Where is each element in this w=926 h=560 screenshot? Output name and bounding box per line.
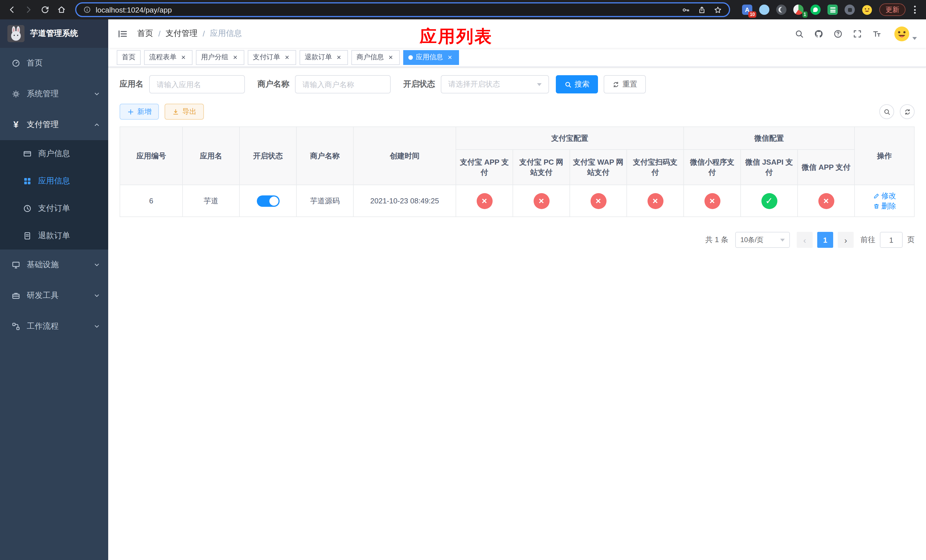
extension-icon-pin[interactable] <box>843 3 856 16</box>
app-table: 应用编号 应用名 开启状态 商户名称 创建时间 支付宝配置 微信配置 操作 支付… <box>120 127 915 217</box>
breadcrumb-separator: / <box>203 29 205 38</box>
page-info-icon[interactable] <box>83 6 91 14</box>
sidebar-item-label: 退款订单 <box>38 231 70 241</box>
page-1-button[interactable]: 1 <box>817 232 833 248</box>
grid-icon <box>23 177 32 186</box>
next-page-button[interactable]: › <box>838 232 854 248</box>
close-tab-icon[interactable]: × <box>335 53 343 61</box>
toggle-search-button[interactable] <box>879 104 894 119</box>
breadcrumb-separator: / <box>158 29 160 38</box>
extension-icon-notes[interactable] <box>826 3 839 16</box>
page-size-select[interactable]: 10条/页 <box>735 232 790 248</box>
breadcrumb-payment[interactable]: 支付管理 <box>166 29 198 39</box>
back-button[interactable] <box>5 2 20 17</box>
fullscreen-icon[interactable] <box>853 29 862 38</box>
goto-page-input[interactable] <box>880 232 903 248</box>
close-tab-icon[interactable]: × <box>387 53 395 61</box>
table-row: 6 芋道 芋道源码 2021-10-23 08:49:25 × × × <box>120 185 914 217</box>
status-alipay-wap-icon: × <box>590 193 606 209</box>
status-toggle[interactable] <box>257 195 279 206</box>
navbar-actions <box>794 25 917 42</box>
screen: localhost:1024/pay/app A 10 <box>0 0 926 560</box>
close-tab-icon[interactable]: × <box>446 53 454 61</box>
sidebar-item-system[interactable]: 系统管理 <box>0 79 108 109</box>
status-select[interactable]: 请选择开启状态 <box>441 75 549 94</box>
top-navbar: 首页 / 支付管理 / 应用信息 <box>108 20 926 48</box>
home-button[interactable] <box>54 2 69 17</box>
close-tab-icon[interactable]: × <box>283 53 291 61</box>
filter-label-merchant-name: 商户名称 <box>257 79 289 89</box>
app-logo[interactable]: 芋道管理系统 <box>0 20 108 48</box>
tab-refund-orders[interactable]: 退款订单 × <box>300 50 348 65</box>
export-button[interactable]: 导出 <box>165 104 204 120</box>
extension-icon-emoji[interactable] <box>861 3 873 16</box>
sidebar-item-dev-tools[interactable]: 研发工具 <box>0 280 108 311</box>
col-alipay-pc: 支付宝 PC 网站支付 <box>513 150 570 185</box>
refresh-button[interactable] <box>900 104 915 119</box>
sidebar-item-infrastructure[interactable]: 基础设施 <box>0 250 108 280</box>
document-icon <box>23 231 32 241</box>
github-icon[interactable] <box>814 29 823 38</box>
forward-button[interactable] <box>21 2 36 17</box>
browser-toolbar: localhost:1024/pay/app A 10 <box>0 0 926 20</box>
tab-home[interactable]: 首页 <box>117 50 141 65</box>
goto-label: 前往 <box>861 235 875 245</box>
tab-bar: 首页 流程表单 × 用户分组 × 支付订单 × 退款订单 × <box>108 48 926 67</box>
extension-icon-avatar[interactable]: 1 <box>792 3 805 16</box>
sidebar-item-app-info[interactable]: 应用信息 <box>0 168 108 195</box>
search-icon[interactable] <box>794 29 804 38</box>
prev-page-button[interactable]: ‹ <box>797 232 813 248</box>
share-icon[interactable] <box>698 5 706 14</box>
close-tab-icon[interactable]: × <box>231 53 239 61</box>
extension-icon-translate[interactable]: A 10 <box>741 3 754 16</box>
sidebar-item-label: 系统管理 <box>27 89 59 99</box>
extension-icon-wechat[interactable] <box>809 3 822 16</box>
pagination: 共 1 条 10条/页 ‹ 1 › 前往 页 <box>120 232 915 248</box>
url-bar[interactable]: localhost:1024/pay/app <box>75 2 730 17</box>
hamburger-icon[interactable] <box>117 28 128 39</box>
extensions-tray: A 10 1 <box>741 3 873 16</box>
sidebar-item-workflow[interactable]: 工作流程 <box>0 311 108 342</box>
browser-update-button[interactable]: 更新 <box>879 3 905 16</box>
sidebar-item-label: 基础设施 <box>27 260 59 270</box>
chevron-down-icon <box>912 37 917 39</box>
chevron-up-icon <box>94 121 100 128</box>
sidebar-item-payment[interactable]: ¥ 支付管理 <box>0 109 108 140</box>
app-name-input[interactable] <box>149 75 245 94</box>
tab-payment-orders[interactable]: 支付订单 × <box>248 50 296 65</box>
tab-merchant-info[interactable]: 商户信息 × <box>351 50 400 65</box>
sidebar-item-payment-orders[interactable]: 支付订单 <box>0 195 108 222</box>
tab-app-info[interactable]: 应用信息 × <box>403 50 459 65</box>
sidebar-item-home[interactable]: 首页 <box>0 48 108 79</box>
search-form: 应用名 商户名称 开启状态 请选择开启状态 <box>120 75 915 94</box>
extension-icon-drop[interactable] <box>758 3 770 16</box>
reset-button[interactable]: 重置 <box>604 75 646 94</box>
extension-icon-darkmode[interactable] <box>775 3 788 16</box>
sidebar-item-merchant-info[interactable]: 商户信息 <box>0 140 108 168</box>
delete-link[interactable]: 删除 <box>873 201 896 211</box>
breadcrumb-current: 应用信息 <box>210 29 242 39</box>
app-table-wrap: 应用编号 应用名 开启状态 商户名称 创建时间 支付宝配置 微信配置 操作 支付… <box>120 127 915 217</box>
search-button[interactable]: 搜索 <box>556 75 598 94</box>
help-icon[interactable] <box>833 29 843 38</box>
font-size-icon[interactable] <box>872 29 882 38</box>
cell-merchant-name: 芋道源码 <box>297 185 353 217</box>
workflow-icon <box>11 322 21 331</box>
chevron-down-icon <box>537 83 542 86</box>
password-key-icon[interactable] <box>682 5 690 14</box>
bookmark-star-icon[interactable] <box>714 5 722 14</box>
close-tab-icon[interactable]: × <box>179 53 188 61</box>
edit-link[interactable]: 修改 <box>873 191 896 201</box>
breadcrumb-home[interactable]: 首页 <box>137 29 153 39</box>
add-button[interactable]: 新增 <box>120 104 159 120</box>
sidebar: 芋道管理系统 首页 系统管理 <box>0 20 108 560</box>
reload-button[interactable] <box>38 2 52 17</box>
tab-user-group[interactable]: 用户分组 × <box>196 50 244 65</box>
col-status: 开启状态 <box>239 127 297 185</box>
tab-process-form[interactable]: 流程表单 × <box>144 50 192 65</box>
merchant-name-input[interactable] <box>295 75 391 94</box>
user-avatar[interactable] <box>894 25 917 42</box>
sidebar-item-refund-orders[interactable]: 退款订单 <box>0 222 108 250</box>
browser-menu-icon[interactable] <box>912 3 918 16</box>
sidebar-item-label: 研发工具 <box>27 291 59 301</box>
